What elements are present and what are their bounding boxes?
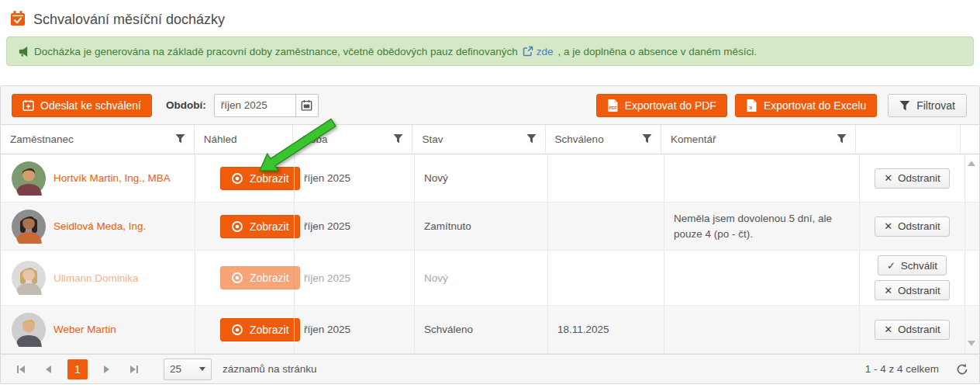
info-banner: Docházka je generována na základě pracov… <box>6 36 974 66</box>
filter-funnel-icon <box>899 100 910 111</box>
send-for-approval-button[interactable]: Odeslat ke schválení <box>12 94 152 117</box>
column-header-label: Doba <box>302 133 327 145</box>
preview-cell: Zobrazit <box>195 306 294 353</box>
first-page-button[interactable] <box>12 359 32 379</box>
view-button-label: Zobrazit <box>250 324 289 336</box>
refresh-icon <box>956 363 968 376</box>
avatar <box>12 161 46 196</box>
table-header-row: ZaměstnanecNáhledDobaStavSchválenoKoment… <box>1 125 979 154</box>
grid-toolbar: Odeslat ke schválení Období: <box>1 86 979 125</box>
employee-cell: Hortvík Martin, Ing., MBA <box>1 154 195 202</box>
employee-name-link[interactable]: Weber Martin <box>53 324 116 335</box>
last-page-button[interactable] <box>123 359 143 379</box>
period-cell: říjen 2025 <box>294 203 414 250</box>
remove-button[interactable]: ✕Odstranit <box>875 168 950 189</box>
status-cell-text: Zamítnuto <box>424 220 471 232</box>
column-filter-icon[interactable] <box>393 133 403 146</box>
approved-cell-text: 18.11.2025 <box>557 324 609 335</box>
scrollbar-up-arrow[interactable] <box>968 161 975 166</box>
remove-button[interactable]: ✕Odstranit <box>875 217 950 237</box>
column-filter-icon[interactable] <box>642 133 652 146</box>
employee-name-link[interactable]: Ullmann Dominika <box>53 272 139 284</box>
row-scroll-gutter <box>964 251 979 305</box>
column-header-label: Komentář <box>671 133 716 145</box>
table-row: Weber MartinZobrazitříjen 2025Schváleno1… <box>1 306 979 354</box>
actions-cell: ✕Odstranit <box>859 306 964 353</box>
action-button-label: Odstranit <box>898 172 940 184</box>
column-filter-icon[interactable] <box>526 133 537 146</box>
status-cell-text: Nový <box>424 172 448 184</box>
comment-cell <box>664 251 859 305</box>
period-input-group <box>214 94 319 117</box>
period-input[interactable] <box>215 95 295 116</box>
actions-cell: ✕Odstranit <box>859 154 964 202</box>
column-header-actions <box>855 125 960 154</box>
table-row: Hortvík Martin, Ing., MBAZobrazitříjen 2… <box>1 154 979 203</box>
attendance-grid: Odeslat ke schválení Období: <box>0 85 980 384</box>
export-pdf-button[interactable]: PDF Exportovat do PDF <box>596 94 727 117</box>
action-button-label: Odstranit <box>898 324 940 335</box>
export-excel-button[interactable]: x Exportovat do Excelu <box>735 94 877 117</box>
page-size-dropdown[interactable]: 25 <box>164 359 212 380</box>
period-cell-text: říjen 2025 <box>304 324 350 335</box>
external-link-icon <box>523 46 533 57</box>
filter-button-label: Filtrovat <box>916 99 955 112</box>
check-icon: ✓ <box>887 260 895 272</box>
chevron-down-icon <box>199 367 205 371</box>
preview-cell: Zobrazit <box>195 154 294 202</box>
approve-button[interactable]: ✓Schválit <box>878 255 947 275</box>
send-for-approval-label: Odeslat ke schválení <box>40 99 141 112</box>
view-button[interactable]: Zobrazit <box>220 318 300 341</box>
view-button[interactable]: Zobrazit <box>220 215 300 238</box>
column-header-zaměstnanec: Zaměstnanec <box>1 125 194 154</box>
column-header-label: Schváleno <box>555 133 604 145</box>
date-picker-button[interactable] <box>295 95 318 116</box>
avatar <box>12 313 46 347</box>
period-cell: říjen 2025 <box>294 154 414 202</box>
zde-link[interactable]: zde <box>523 46 554 57</box>
status-cell: Nový <box>414 154 547 202</box>
table-body: Hortvík Martin, Ing., MBAZobrazitříjen 2… <box>1 154 979 354</box>
view-button[interactable]: Zobrazit <box>220 167 300 190</box>
approved-cell: 18.11.2025 <box>547 306 664 353</box>
status-cell-text: Schváleno <box>424 324 473 335</box>
employee-name-link[interactable]: Hortvík Martin, Ing., MBA <box>53 172 171 184</box>
eye-icon <box>231 272 243 284</box>
announcement-icon <box>18 46 29 57</box>
close-icon: ✕ <box>884 324 892 335</box>
comment-cell <box>664 154 859 202</box>
period-label: Období: <box>166 99 206 111</box>
employee-name-link[interactable]: Seidlová Meda, Ing. <box>53 220 146 232</box>
close-icon: ✕ <box>884 285 892 296</box>
close-icon: ✕ <box>884 220 892 232</box>
column-header-komentář: Komentář <box>661 125 855 154</box>
table-row: Seidlová Meda, Ing.Zobrazitříjen 2025Zam… <box>1 203 979 251</box>
page-number-button[interactable]: 1 <box>67 359 88 379</box>
banner-text-before: Docházka je generována na základě pracov… <box>34 46 518 57</box>
preview-cell: Zobrazit <box>195 203 294 250</box>
column-filter-icon[interactable] <box>175 133 185 146</box>
scrollbar-down-arrow[interactable] <box>968 341 975 346</box>
view-button-label: Zobrazit <box>250 272 289 284</box>
calendar-plus-icon <box>22 99 34 111</box>
page-title: Schvalování měsíční docházky <box>33 12 225 28</box>
remove-button[interactable]: ✕Odstranit <box>875 280 950 300</box>
action-button-label: Odstranit <box>898 285 940 296</box>
remove-button[interactable]: ✕Odstranit <box>875 320 950 340</box>
approved-cell <box>547 154 664 202</box>
banner-text-after: , a je doplněna o absence v daném měsíci… <box>557 46 757 57</box>
filter-button[interactable]: Filtrovat <box>888 94 967 117</box>
refresh-button[interactable] <box>956 363 968 376</box>
employee-cell: Ullmann Dominika <box>1 251 195 305</box>
next-page-button[interactable] <box>97 359 117 379</box>
previous-page-button[interactable] <box>38 359 58 379</box>
column-filter-icon[interactable] <box>837 133 847 146</box>
view-button[interactable]: Zobrazit <box>220 266 300 289</box>
period-cell-text: říjen 2025 <box>304 220 350 232</box>
column-header-label: Zaměstnanec <box>10 133 74 145</box>
export-pdf-label: Exportovat do PDF <box>625 99 716 112</box>
pdf-file-icon: PDF <box>607 99 619 112</box>
eye-icon <box>231 324 243 336</box>
close-icon: ✕ <box>884 172 892 184</box>
period-cell-text: říjen 2025 <box>304 272 350 284</box>
